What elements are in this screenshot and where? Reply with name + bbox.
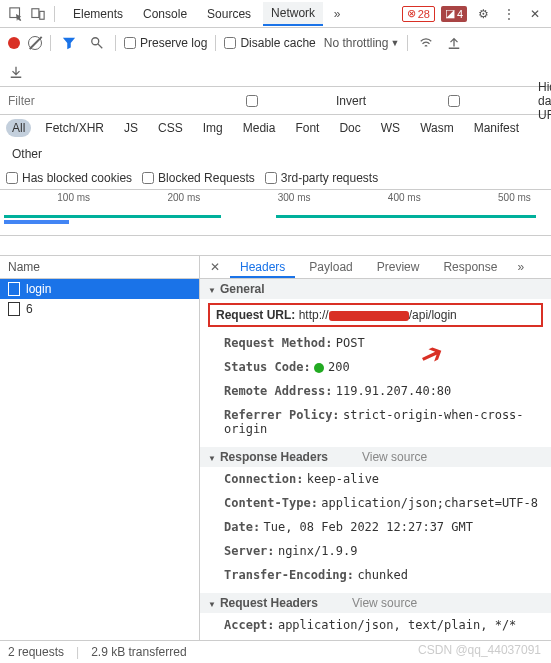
watermark-text: CSDN @qq_44037091 [418, 643, 541, 657]
referrer-policy-row: Referrer Policy: strict-origin-when-cros… [200, 403, 551, 441]
type-manifest[interactable]: Manifest [468, 119, 525, 137]
disclosure-icon [208, 282, 216, 296]
close-detail-icon[interactable]: ✕ [204, 260, 226, 274]
tab-network[interactable]: Network [263, 2, 323, 26]
type-media[interactable]: Media [237, 119, 282, 137]
type-wasm[interactable]: Wasm [414, 119, 460, 137]
disable-cache-checkbox[interactable]: Disable cache [224, 36, 315, 50]
type-css[interactable]: CSS [152, 119, 189, 137]
request-method-row: Request Method: POST [200, 331, 551, 355]
tick-label: 400 ms [351, 192, 421, 203]
type-other[interactable]: Other [6, 145, 48, 163]
content-type-row: Content-Type: application/json;charset=U… [200, 491, 551, 515]
tick-label: 200 ms [130, 192, 200, 203]
wifi-icon[interactable] [416, 33, 436, 53]
subtab-preview[interactable]: Preview [367, 256, 430, 278]
split-pane: Name login 6 ✕ Headers Payload Preview R… [0, 256, 551, 663]
type-font[interactable]: Font [289, 119, 325, 137]
date-row: Date: Tue, 08 Feb 2022 12:27:37 GMT [200, 515, 551, 539]
view-source-link[interactable]: View source [352, 596, 417, 610]
warning-badge[interactable]: ◪4 [441, 6, 467, 22]
preserve-log-checkbox[interactable]: Preserve log [124, 36, 207, 50]
tick-label: 500 ms [461, 192, 531, 203]
kebab-icon[interactable]: ⋮ [499, 4, 519, 24]
subtab-headers[interactable]: Headers [230, 256, 295, 278]
more-tabs-icon[interactable]: » [327, 4, 347, 24]
view-source-link[interactable]: View source [362, 450, 427, 464]
tab-sources[interactable]: Sources [199, 3, 259, 25]
connection-row: Connection: keep-alive [200, 467, 551, 491]
inspect-icon[interactable] [6, 4, 26, 24]
tab-console[interactable]: Console [135, 3, 195, 25]
request-url-row: Request URL: http:///api/login [208, 303, 543, 327]
hide-urls-checkbox[interactable]: Hide data URLs [374, 80, 551, 122]
tick-label: 300 ms [240, 192, 310, 203]
filter-input[interactable] [4, 90, 164, 112]
main-toolbar: Elements Console Sources Network » ⊗28 ◪… [0, 0, 551, 28]
svg-point-3 [92, 38, 99, 45]
request-list: Name login 6 [0, 256, 200, 663]
request-row-login[interactable]: login [0, 279, 199, 299]
device-icon[interactable] [28, 4, 48, 24]
status-dot-icon [314, 363, 324, 373]
svg-line-4 [98, 44, 102, 48]
type-filter: All Fetch/XHR JS CSS Img Media Font Doc … [0, 115, 551, 167]
server-row: Server: nginx/1.9.9 [200, 539, 551, 563]
svg-rect-2 [40, 11, 44, 19]
transfer-encoding-row: Transfer-Encoding: chunked [200, 563, 551, 587]
requests-count: 2 requests [8, 645, 64, 659]
throttling-select[interactable]: No throttling ▼ [324, 36, 400, 50]
type-doc[interactable]: Doc [333, 119, 366, 137]
remote-address-row: Remote Address: 119.91.207.40:80 [200, 379, 551, 403]
file-icon [8, 302, 20, 316]
file-icon [8, 282, 20, 296]
type-fetch[interactable]: Fetch/XHR [39, 119, 110, 137]
clear-icon[interactable] [28, 36, 42, 50]
blocked-requests-checkbox[interactable]: Blocked Requests [142, 171, 255, 185]
status-code-row: Status Code: 200 [200, 355, 551, 379]
third-party-checkbox[interactable]: 3rd-party requests [265, 171, 378, 185]
section-response-headers[interactable]: Response HeadersView source [200, 447, 551, 467]
svg-rect-1 [32, 8, 39, 17]
detail-panel: ✕ Headers Payload Preview Response » Gen… [200, 256, 551, 663]
download-icon[interactable] [8, 62, 24, 82]
more-subtabs-icon[interactable]: » [511, 260, 530, 274]
gear-icon[interactable]: ⚙ [473, 4, 493, 24]
search-icon[interactable] [87, 33, 107, 53]
blocked-cookies-checkbox[interactable]: Has blocked cookies [6, 171, 132, 185]
close-devtools-icon[interactable]: ✕ [525, 4, 545, 24]
tick-label: 100 ms [20, 192, 90, 203]
accept-row: Accept: application/json, text/plain, */… [200, 613, 551, 637]
type-js[interactable]: JS [118, 119, 144, 137]
column-name[interactable]: Name [0, 256, 199, 279]
tab-elements[interactable]: Elements [65, 3, 131, 25]
request-row-6[interactable]: 6 [0, 299, 199, 319]
invert-checkbox[interactable]: Invert [172, 94, 366, 108]
transferred-size: 2.9 kB transferred [91, 645, 186, 659]
filter-bar: Invert Hide data URLs [0, 87, 551, 115]
timeline-overview[interactable]: 100 ms 200 ms 300 ms 400 ms 500 ms [0, 190, 551, 236]
type-img[interactable]: Img [197, 119, 229, 137]
subtab-response[interactable]: Response [433, 256, 507, 278]
upload-icon[interactable] [444, 33, 464, 53]
subtab-payload[interactable]: Payload [299, 256, 362, 278]
disclosure-icon [208, 596, 216, 610]
disclosure-icon [208, 450, 216, 464]
type-ws[interactable]: WS [375, 119, 406, 137]
redacted-host [329, 311, 409, 321]
record-icon[interactable] [8, 37, 20, 49]
error-badge[interactable]: ⊗28 [402, 6, 435, 22]
network-toolbar: Preserve log Disable cache No throttling… [0, 28, 551, 58]
section-request-headers[interactable]: Request HeadersView source [200, 593, 551, 613]
filter-icon[interactable] [59, 33, 79, 53]
section-general[interactable]: General [200, 279, 551, 299]
type-all[interactable]: All [6, 119, 31, 137]
